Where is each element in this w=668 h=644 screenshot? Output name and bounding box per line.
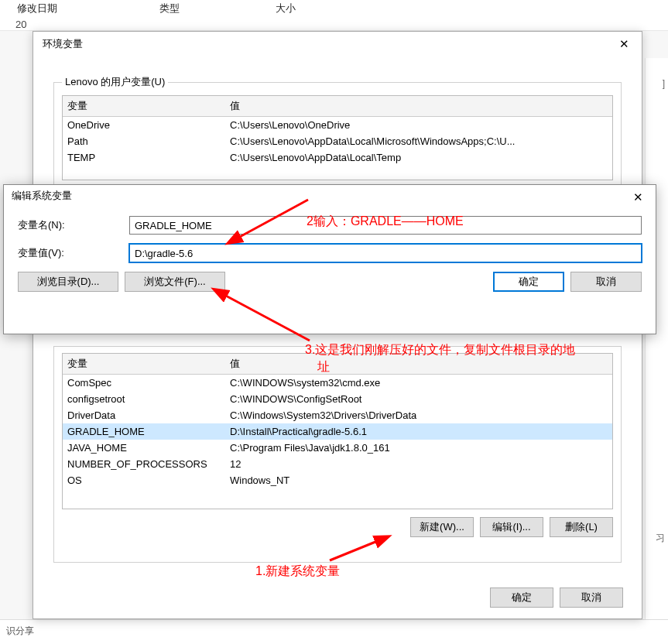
browse-dir-button[interactable]: 浏览目录(D)...: [18, 272, 118, 292]
sys-vars-group: 变量 值 ComSpecC:\WINDOWS\system32\cmd.exec…: [53, 346, 622, 563]
edit-button[interactable]: 编辑(I)...: [480, 517, 543, 537]
bg-grid-header: 修改日期 类型 大小: [0, 0, 668, 31]
delete-button[interactable]: 删除(L): [550, 517, 613, 537]
table-row[interactable]: DriverDataC:\Windows\System32\Drivers\Dr…: [63, 407, 612, 423]
col-date: 修改日期: [17, 2, 57, 15]
table-row[interactable]: TEMPC:\Users\Lenovo\AppData\Local\Temp: [63, 149, 612, 166]
col-var-name[interactable]: 变量: [63, 96, 225, 117]
bg-footer: 识分享: [0, 619, 668, 644]
browse-file-button[interactable]: 浏览文件(F)...: [125, 272, 225, 292]
bg-right-side: 习 ]: [645, 58, 668, 619]
var-value-label: 变量值(V):: [18, 246, 118, 260]
edit-cancel-button[interactable]: 取消: [570, 272, 642, 292]
sys-vars-table[interactable]: 变量 值 ComSpecC:\WINDOWS\system32\cmd.exec…: [62, 353, 613, 509]
table-row[interactable]: OSWindows_NT: [63, 472, 612, 488]
user-vars-table[interactable]: 变量 值 OneDriveC:\Users\Lenovo\OneDrivePat…: [62, 95, 613, 180]
edit-ok-button[interactable]: 确定: [493, 272, 564, 292]
col-size: 大小: [276, 2, 296, 15]
close-icon[interactable]: ✕: [612, 35, 635, 53]
table-row[interactable]: OneDriveC:\Users\Lenovo\OneDrive: [63, 117, 612, 134]
var-value-input[interactable]: [129, 244, 642, 262]
close-icon[interactable]: ✕: [626, 188, 649, 207]
bg-row-year: 20: [15, 19, 26, 30]
table-row[interactable]: GRADLE_HOMED:\Install\Practical\gradle-5…: [63, 423, 612, 440]
var-name-label: 变量名(N):: [18, 218, 118, 232]
col-var-name[interactable]: 变量: [63, 354, 225, 375]
col-type: 类型: [159, 2, 180, 15]
edit-sys-var-dialog: 编辑系统变量 ✕ 变量名(N): 变量值(V): 浏览目录(D)... 浏览文件…: [3, 184, 656, 334]
table-row[interactable]: ComSpecC:\WINDOWS\system32\cmd.exe: [63, 375, 612, 392]
col-var-value[interactable]: 值: [225, 354, 612, 375]
user-vars-legend: Lenovo 的用户变量(U): [62, 75, 168, 89]
env-ok-button[interactable]: 确定: [490, 587, 553, 608]
env-dialog-title: 环境变量: [43, 38, 83, 50]
env-cancel-button[interactable]: 取消: [560, 587, 623, 608]
table-row[interactable]: NUMBER_OF_PROCESSORS12: [63, 456, 612, 472]
edit-dialog-title: 编辑系统变量: [12, 190, 72, 201]
table-row[interactable]: PathC:\Users\Lenovo\AppData\Local\Micros…: [63, 133, 612, 149]
var-name-input[interactable]: [129, 216, 642, 235]
col-var-value[interactable]: 值: [225, 96, 612, 117]
table-row[interactable]: configsetrootC:\WINDOWS\ConfigSetRoot: [63, 391, 612, 407]
table-row[interactable]: JAVA_HOMEC:\Program Files\Java\jdk1.8.0_…: [63, 440, 612, 456]
new-button[interactable]: 新建(W)...: [410, 517, 474, 537]
